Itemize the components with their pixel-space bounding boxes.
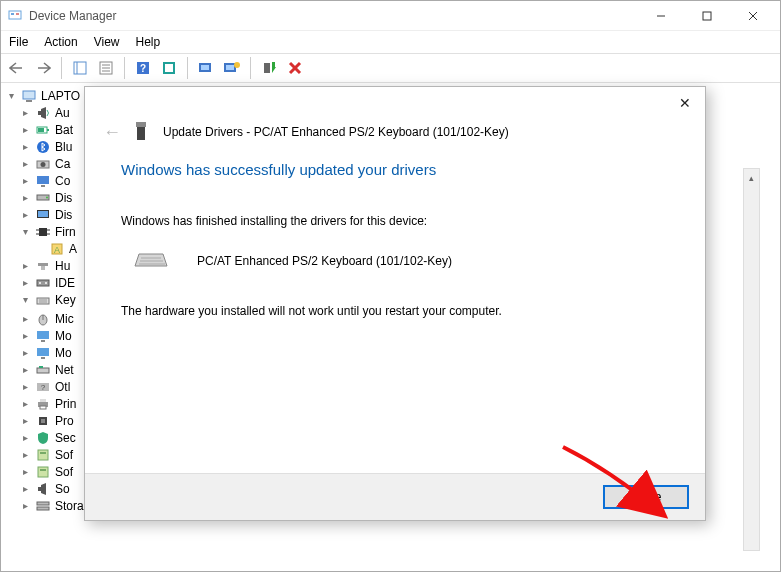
svg-rect-36: [37, 176, 49, 184]
soft-icon: [35, 464, 51, 480]
soft-icon: [35, 447, 51, 463]
svg-rect-61: [37, 348, 49, 356]
svg-point-39: [46, 196, 48, 198]
chevron-right-icon[interactable]: ▸: [19, 364, 31, 375]
toolbar-separator: [124, 57, 125, 79]
svg-rect-71: [41, 419, 45, 423]
update-drivers-dialog: ✕ ← Update Drivers - PC/AT Enhanced PS/2…: [84, 86, 706, 521]
update-driver-icon[interactable]: [257, 56, 281, 80]
scan-icon[interactable]: [194, 56, 218, 80]
svg-rect-62: [41, 357, 45, 359]
tree-item-label: Sof: [55, 465, 73, 479]
monitor-icon: [35, 173, 51, 189]
svg-rect-22: [264, 63, 270, 73]
tree-root-label: LAPTO: [41, 89, 80, 103]
tree-item-label: Blu: [55, 140, 72, 154]
list-icon[interactable]: [94, 56, 118, 80]
chevron-right-icon[interactable]: ▸: [19, 124, 31, 135]
toolbar-separator: [187, 57, 188, 79]
tree-item-label: Ca: [55, 157, 70, 171]
svg-rect-68: [40, 399, 46, 402]
svg-rect-7: [74, 62, 86, 74]
chevron-right-icon[interactable]: ▸: [19, 330, 31, 341]
tree-scrollbar[interactable]: ▴: [743, 168, 760, 551]
chevron-right-icon[interactable]: ▸: [19, 175, 31, 186]
close-button[interactable]: [730, 1, 776, 31]
chevron-right-icon[interactable]: ▸: [19, 347, 31, 358]
chevron-right-icon[interactable]: ▸: [19, 483, 31, 494]
chevron-right-icon[interactable]: ▸: [19, 381, 31, 392]
svg-point-53: [45, 282, 47, 284]
tree-item-label: Bat: [55, 123, 73, 137]
show-panel-icon[interactable]: [68, 56, 92, 80]
chevron-right-icon[interactable]: ▸: [19, 449, 31, 460]
svg-marker-77: [41, 483, 46, 495]
tree-item-label: Hu: [55, 259, 70, 273]
svg-rect-64: [39, 366, 43, 368]
uninstall-icon[interactable]: [283, 56, 307, 80]
tree-item-label: Otl: [55, 380, 70, 394]
svg-point-33: [37, 141, 49, 153]
properties-icon[interactable]: [157, 56, 181, 80]
dialog-header: ← Update Drivers - PC/AT Enhanced PS/2 K…: [85, 87, 705, 161]
menu-action[interactable]: Action: [44, 35, 77, 49]
svg-marker-29: [41, 107, 46, 119]
chevron-right-icon[interactable]: ▸: [19, 158, 31, 169]
dialog-line2: The hardware you installed will not work…: [121, 304, 669, 318]
dialog-footer: Close: [85, 473, 705, 520]
menu-help[interactable]: Help: [136, 35, 161, 49]
forward-icon[interactable]: [31, 56, 55, 80]
svg-rect-54: [37, 298, 49, 304]
back-arrow-icon: ←: [103, 122, 121, 143]
svg-rect-1: [11, 13, 14, 15]
toolbar-separator: [250, 57, 251, 79]
svg-rect-41: [38, 211, 48, 217]
svg-rect-81: [136, 122, 146, 127]
chevron-right-icon[interactable]: ▸: [19, 277, 31, 288]
hid-icon: [35, 258, 51, 274]
svg-rect-37: [41, 185, 45, 187]
chevron-right-icon[interactable]: ▸: [19, 192, 31, 203]
toolbar: ?: [1, 53, 780, 83]
tree-item-label: Prin: [55, 397, 76, 411]
chevron-right-icon[interactable]: ▸: [19, 466, 31, 477]
bluetooth-icon: [35, 139, 51, 155]
menu-view[interactable]: View: [94, 35, 120, 49]
window-title: Device Manager: [29, 9, 116, 23]
chevron-right-icon[interactable]: ▸: [19, 415, 31, 426]
dialog-close-button[interactable]: ✕: [669, 91, 701, 115]
chevron-right-icon[interactable]: ▸: [19, 260, 31, 271]
camera-icon: [35, 156, 51, 172]
svg-rect-74: [38, 467, 48, 477]
svg-rect-63: [37, 368, 49, 373]
chevron-right-icon[interactable]: ▸: [19, 398, 31, 409]
svg-rect-0: [9, 11, 21, 19]
tree-item-label: Key: [55, 293, 76, 307]
help-icon[interactable]: ?: [131, 56, 155, 80]
tree-item-label: Firn: [55, 225, 76, 239]
maximize-button[interactable]: [684, 1, 730, 31]
svg-rect-27: [26, 100, 32, 102]
sec-icon: [35, 430, 51, 446]
chevron-right-icon[interactable]: ▸: [19, 141, 31, 152]
chevron-right-icon[interactable]: ▸: [19, 209, 31, 220]
menu-file[interactable]: File: [9, 35, 28, 49]
back-icon[interactable]: [5, 56, 29, 80]
chevron-down-icon[interactable]: ▾: [19, 294, 31, 305]
chevron-right-icon[interactable]: ▸: [19, 500, 31, 511]
svg-rect-20: [226, 65, 234, 70]
chevron-right-icon[interactable]: ▸: [19, 432, 31, 443]
chevron-right-icon[interactable]: ▸: [19, 107, 31, 118]
chevron-right-icon[interactable]: ▸: [19, 313, 31, 324]
chevron-down-icon[interactable]: ▾: [5, 90, 17, 101]
window-controls: [638, 1, 776, 31]
minimize-button[interactable]: [638, 1, 684, 31]
scan-alt-icon[interactable]: [220, 56, 244, 80]
chevron-down-icon[interactable]: ▾: [19, 226, 31, 237]
svg-rect-2: [16, 13, 19, 15]
svg-rect-26: [23, 91, 35, 99]
scroll-up-icon[interactable]: ▴: [744, 169, 759, 186]
svg-rect-76: [38, 487, 41, 491]
svg-rect-60: [41, 340, 45, 342]
close-button[interactable]: Close: [603, 485, 689, 509]
